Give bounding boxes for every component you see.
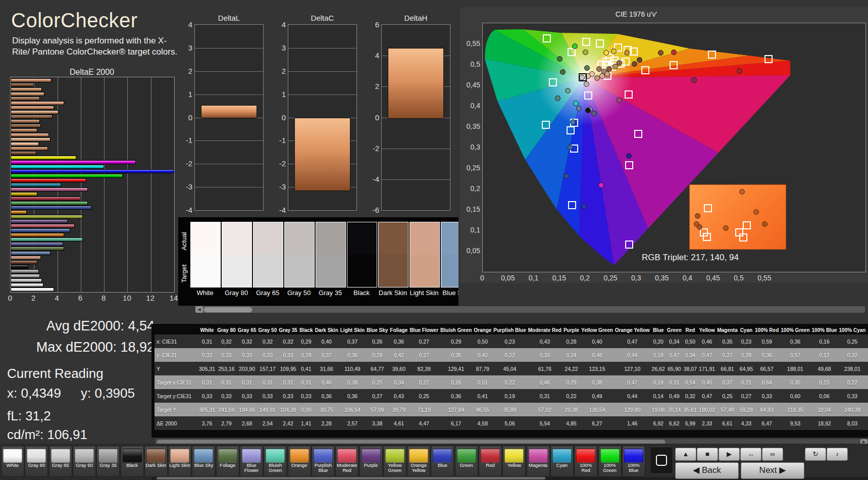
patch-button-label: Blue Sky (193, 463, 214, 468)
table-cell: 0,36 (754, 348, 780, 362)
patch-button-moderate-red[interactable]: Moderate Red (335, 447, 359, 477)
delta-chart-gridline (288, 94, 356, 95)
table-cell: 0,22 (563, 389, 580, 403)
table-cell: 203,90 (237, 362, 258, 375)
patch-button-100-blue[interactable]: 100% Blue (622, 447, 645, 477)
table-column-header: 100% Red (754, 326, 780, 334)
patch-button-magenta[interactable]: Magenta (527, 447, 550, 477)
sound-button[interactable]: ♪ (827, 448, 848, 461)
patch-button-blue-flower[interactable]: Blue Flower (240, 447, 263, 477)
menu-button[interactable] (650, 447, 673, 474)
table-header-row: WhiteGray 80Gray 65Gray 50Gray 35BlackDa… (155, 326, 868, 334)
table-cell: 0,36 (314, 389, 339, 403)
patch-button-label: Red (480, 463, 501, 468)
patch-button-green[interactable]: Green (455, 447, 478, 477)
table-cell: 0,36 (339, 348, 366, 362)
refresh-button[interactable]: ↻ (805, 448, 826, 461)
patch-button-light-skin[interactable]: Light Skin (168, 447, 191, 477)
stop-button[interactable]: ■ (697, 448, 718, 461)
swatch-target-half (316, 255, 345, 287)
patch-color-swatch (385, 449, 404, 463)
patch-button-100-red[interactable]: 100% Red (574, 447, 597, 477)
patch-button-dark-skin[interactable]: Dark Skin (144, 447, 168, 477)
table-row: Y305,31253,16203,90157,17109,950,4131,66… (155, 362, 868, 375)
patch-button-label: White (2, 463, 23, 468)
patch-button-foliage[interactable]: Foliage (216, 447, 239, 477)
deltae-bar (11, 274, 40, 278)
next-button[interactable]: Next ▶ (741, 462, 804, 479)
patch-color-swatch (337, 449, 356, 463)
table-cell: 45,04 (492, 362, 527, 375)
swatch-patch (190, 222, 221, 287)
patch-button-blue[interactable]: Blue (431, 447, 454, 477)
table-cell: 0,28 (563, 334, 580, 348)
table-cell: 0,30 (780, 375, 810, 389)
max-de2000-stat: Max dE2000: 18,92 (7, 340, 155, 355)
deltae-bar (11, 101, 64, 105)
patch-color-swatch (218, 449, 237, 463)
patch-button-bluish-green[interactable]: Bluish Green (264, 447, 287, 477)
table-cell: 0,33 (216, 389, 237, 403)
table-cell: 0,50 (683, 334, 698, 348)
patch-button-blue-sky[interactable]: Blue Sky (192, 447, 215, 477)
back-button[interactable]: ◀ Back (675, 462, 739, 479)
table-cell: 0,54 (683, 375, 698, 389)
swatch-patch (253, 222, 283, 287)
table-cell: 0,27 (409, 375, 439, 389)
deltae-bar (11, 183, 61, 187)
patch-color-swatch (481, 449, 500, 463)
table-column-header: Purple (563, 326, 580, 334)
patch-button-white[interactable]: White (1, 447, 24, 477)
patch-button-gray-65[interactable]: Gray 65 (49, 447, 72, 477)
patch-button-100-green[interactable]: 100% Green (598, 447, 622, 477)
patch-color-swatch (362, 449, 381, 463)
patch-strip-scrollbar-thumb[interactable] (157, 477, 545, 479)
patch-button-red[interactable]: Red (479, 447, 502, 477)
table-cell: 35,61 (683, 403, 698, 416)
cie-x-tick-label: 0,05 (497, 274, 519, 282)
loop-button[interactable]: ∞ (762, 448, 783, 461)
cie-x-tick-label: 0,45 (702, 274, 724, 282)
swatch-scrollbar[interactable]: ◀ (195, 306, 865, 313)
table-column-header: Blue (651, 326, 666, 334)
patch-button-orange-yellow[interactable]: Orange Yellow (407, 447, 430, 477)
patch-button-orange[interactable]: Orange (288, 447, 311, 477)
deltae-bar (11, 256, 41, 260)
patch-button-label: Purplish Blue (313, 463, 334, 473)
table-column-header: Dark Skin (314, 326, 339, 334)
cie-inset-target-square (743, 221, 751, 229)
table-cell: 0,26 (439, 375, 473, 389)
patch-button-gray-50[interactable]: Gray 50 (73, 447, 96, 477)
table-cell: 0,45 (698, 375, 716, 389)
swatch-scrollbar-left-arrow[interactable]: ◀ (195, 306, 203, 313)
table-column-header: Cyan (739, 326, 754, 334)
patch-button-label: Moderate Red (336, 463, 358, 473)
delta-chart-tick-label: 0 (365, 113, 379, 122)
patch-color-swatch (314, 449, 333, 463)
step-button[interactable]: ↔ (740, 448, 761, 461)
patch-button-gray-35[interactable]: Gray 35 (96, 447, 120, 477)
patch-button-yellow-green[interactable]: Yellow Green (383, 447, 406, 477)
table-cell: 0,33 (198, 389, 216, 403)
deltae-bar (11, 142, 39, 146)
patch-button-black[interactable]: Black (121, 447, 144, 477)
play-button[interactable]: ▶ (719, 448, 740, 461)
eject-button[interactable]: ▲ (675, 448, 696, 461)
table-cell: 0,22 (838, 375, 867, 389)
patch-button-gray-80[interactable]: Gray 80 (25, 447, 48, 477)
patch-color-swatch (242, 449, 261, 463)
delta-chart-tick-label: 6 (365, 20, 379, 29)
table-cell: 19,06 (651, 403, 666, 416)
patch-button-yellow[interactable]: Yellow (502, 447, 526, 477)
patch-button-label: Bluish Green (265, 463, 286, 473)
delta-chart-title: DeltaH (381, 14, 450, 22)
cie-inset-target-square (735, 228, 743, 236)
swatch-patch (284, 222, 315, 287)
table-cell: 0,51 (473, 375, 492, 389)
table-column-header: Yellow (698, 326, 716, 334)
patch-button-purple[interactable]: Purple (360, 447, 383, 477)
swatch-scrollbar-thumb[interactable] (203, 307, 252, 313)
patch-button-purplish-blue[interactable]: Purplish Blue (312, 447, 335, 477)
table-column-header: 100% Cyan (838, 326, 867, 334)
patch-button-cyan[interactable]: Cyan (550, 447, 574, 477)
